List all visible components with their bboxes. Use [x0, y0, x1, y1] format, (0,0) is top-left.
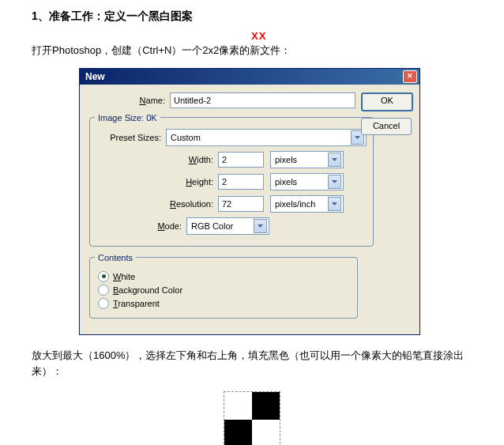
height-unit-value: pixels [275, 177, 297, 187]
mode-value: RGB Color [191, 221, 233, 231]
radio-bgcolor[interactable]: Background Color [95, 285, 351, 296]
preset-select[interactable]: Custom [166, 129, 367, 146]
radio-icon [98, 285, 109, 296]
svg-marker-1 [332, 158, 337, 161]
preset-value: Custom [171, 133, 201, 142]
new-file-dialog: New ✕ OK Cancel Name: Image Size: 0K Pre… [79, 68, 420, 335]
radio-bgcolor-label: Background Color [113, 285, 182, 295]
svg-marker-0 [355, 136, 360, 139]
red-annotation: XX [251, 32, 504, 41]
section-heading: 1、准备工作：定义一个黑白图案 [32, 9, 472, 24]
close-icon[interactable]: ✕ [403, 70, 417, 83]
svg-marker-3 [332, 202, 337, 206]
svg-marker-2 [332, 180, 337, 183]
post-text: 放大到最大（1600%），选择左下角和右上角，填充黑色（也可以用一个像素大的铅笔… [32, 348, 472, 381]
chevron-down-icon [328, 197, 341, 211]
svg-marker-4 [258, 224, 263, 228]
radio-icon [98, 271, 109, 282]
radio-icon [98, 298, 109, 309]
radio-white[interactable]: White [95, 271, 351, 282]
chevron-down-icon [254, 219, 267, 233]
cancel-button[interactable]: Cancel [361, 118, 412, 135]
dialog-titlebar: New ✕ [80, 69, 419, 85]
width-input[interactable] [218, 152, 264, 168]
radio-transparent-label: Transparent [113, 299, 160, 308]
height-label: Height: [95, 177, 218, 187]
width-unit-select[interactable]: pixels [270, 151, 344, 168]
chevron-down-icon [328, 175, 341, 189]
radio-transparent[interactable]: Transparent [95, 298, 351, 309]
name-label: Name: [89, 96, 170, 105]
name-input[interactable] [170, 92, 355, 108]
radio-white-label: White [113, 272, 135, 281]
contents-legend: Contents [95, 253, 136, 262]
height-input[interactable] [218, 174, 264, 190]
mode-label: Mode: [95, 221, 186, 231]
dialog-title: New [82, 71, 105, 82]
resolution-unit-select[interactable]: pixels/inch [270, 195, 344, 213]
preset-label: Preset Sizes: [95, 133, 166, 142]
resolution-label: Resolution: [95, 199, 218, 209]
height-unit-select[interactable]: pixels [270, 173, 344, 190]
width-label: Width: [95, 155, 218, 164]
width-unit-value: pixels [275, 155, 297, 164]
chevron-down-icon [328, 153, 341, 167]
mode-select[interactable]: RGB Color [186, 217, 269, 235]
intro-text: 打开Photoshop，创建（Ctrl+N）一个2x2像素的新文件： [32, 43, 472, 58]
ok-button[interactable]: OK [361, 92, 413, 111]
resolution-unit-value: pixels/inch [275, 199, 315, 209]
resolution-input[interactable] [218, 196, 264, 212]
image-size-legend: Image Size: 0K [95, 113, 160, 123]
checker-pattern [224, 391, 280, 445]
